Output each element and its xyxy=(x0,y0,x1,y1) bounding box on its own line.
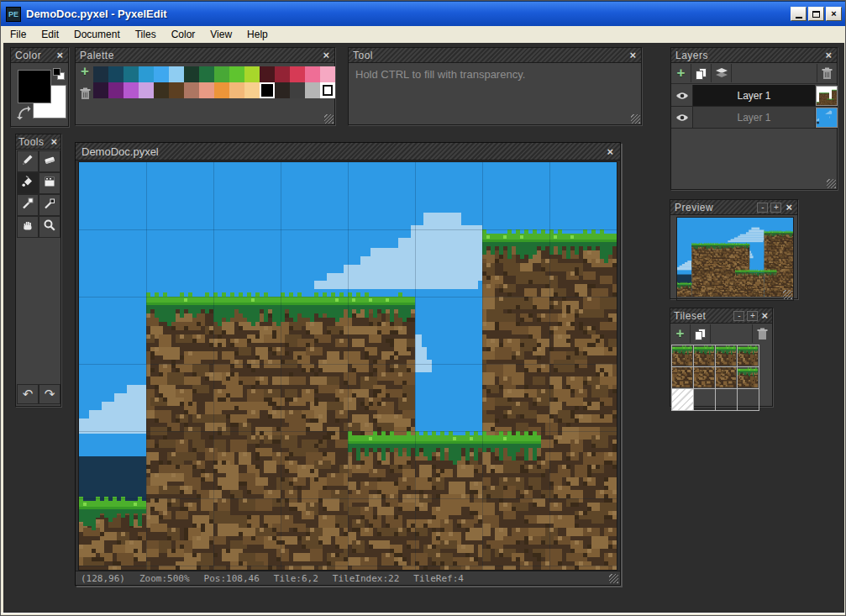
palette-trash-icon[interactable] xyxy=(80,87,91,103)
tileset-tile-empty[interactable] xyxy=(693,388,716,411)
swap-colors-icon[interactable] xyxy=(16,105,31,120)
preview-zoom-in-button[interactable]: + xyxy=(770,203,781,213)
palette-swatch[interactable] xyxy=(260,66,275,82)
minimize-button[interactable] xyxy=(791,7,807,21)
tileset-tile-dirt[interactable] xyxy=(671,366,694,389)
palette-swatch[interactable] xyxy=(320,82,335,98)
tool-zoom-button[interactable] xyxy=(39,216,60,238)
palette-swatch[interactable] xyxy=(199,82,214,98)
duplicate-tile-button[interactable] xyxy=(691,324,711,343)
tool-brush-button[interactable] xyxy=(17,194,39,216)
color-panel-close-icon[interactable]: × xyxy=(55,50,64,61)
tileset-tile-grass[interactable] xyxy=(693,345,716,367)
tileset-tile-grass[interactable] xyxy=(715,345,738,367)
close-button[interactable]: × xyxy=(826,7,842,21)
palette-swatch[interactable] xyxy=(184,82,199,98)
tileset-zoom-out-button[interactable]: - xyxy=(733,311,744,321)
palette-swatch[interactable] xyxy=(199,66,214,82)
duplicate-layer-button[interactable] xyxy=(691,64,712,82)
palette-swatch[interactable] xyxy=(320,66,335,82)
tool-panel-resize-grip[interactable] xyxy=(631,114,640,124)
palette-swatch[interactable] xyxy=(154,82,169,98)
preview-panel-close-icon[interactable]: × xyxy=(785,202,793,213)
palette-swatch[interactable] xyxy=(214,66,229,82)
window-titlebar[interactable]: PE DemoDoc.pyxel - PyxelEdit × xyxy=(1,1,846,26)
palette-swatch[interactable] xyxy=(229,82,244,98)
palette-swatch[interactable] xyxy=(139,66,154,82)
preview-panel-titlebar[interactable]: Preview - + × xyxy=(670,200,797,215)
preview-zoom-out-button[interactable]: - xyxy=(757,203,768,213)
tileset-panel-close-icon[interactable]: × xyxy=(760,310,769,321)
tileset-tile-grass[interactable] xyxy=(737,345,759,367)
tool-eyedropper-button[interactable] xyxy=(39,194,60,216)
tool-panel-titlebar[interactable]: Tool × xyxy=(349,48,641,63)
tileset-tile-grass[interactable] xyxy=(671,345,694,367)
palette-swatch[interactable] xyxy=(305,82,320,98)
preview-resize-grip[interactable] xyxy=(783,290,792,299)
delete-tile-button[interactable] xyxy=(752,324,772,343)
palette-swatch[interactable] xyxy=(275,66,290,82)
palette-swatch[interactable] xyxy=(93,82,108,98)
undo-button[interactable]: ↶ xyxy=(17,384,39,404)
tileset-tile-grass[interactable] xyxy=(737,366,759,389)
layers-panel-titlebar[interactable]: Layers × xyxy=(671,48,837,63)
palette-add-color-icon[interactable]: + xyxy=(81,66,89,77)
document-close-icon[interactable]: × xyxy=(606,146,614,157)
palette-swatch[interactable] xyxy=(123,66,139,82)
palette-swatch[interactable] xyxy=(275,82,290,98)
palette-swatch[interactable] xyxy=(244,66,260,82)
palette-resize-grip[interactable] xyxy=(324,114,334,124)
tool-tile-button[interactable] xyxy=(39,172,60,194)
document-titlebar[interactable]: DemoDoc.pyxel × xyxy=(76,143,620,161)
palette-swatch[interactable] xyxy=(93,66,108,82)
add-tile-button[interactable]: + xyxy=(670,324,691,343)
palette-panel-titlebar[interactable]: Palette × xyxy=(76,48,334,63)
palette-swatch[interactable] xyxy=(290,66,305,82)
palette-swatch[interactable] xyxy=(214,82,229,98)
tool-fill-button[interactable] xyxy=(17,172,39,194)
palette-swatch[interactable] xyxy=(108,66,123,82)
layers-panel-close-icon[interactable]: × xyxy=(824,50,833,61)
tool-pencil-button[interactable] xyxy=(17,150,39,172)
tileset-zoom-in-button[interactable]: + xyxy=(747,311,758,321)
drawing-canvas[interactable] xyxy=(79,162,617,571)
menu-item-edit[interactable]: Edit xyxy=(34,27,66,42)
tool-hand-button[interactable] xyxy=(17,216,39,238)
tileset-tile-blank[interactable] xyxy=(671,388,694,411)
menu-item-view[interactable]: View xyxy=(202,27,239,42)
palette-swatch[interactable] xyxy=(260,82,275,98)
layer-visibility-toggle[interactable] xyxy=(671,85,693,106)
tileset-tile-dirt[interactable] xyxy=(693,366,716,389)
menu-item-tiles[interactable]: Tiles xyxy=(128,27,164,42)
menu-item-help[interactable]: Help xyxy=(239,27,276,42)
palette-swatch[interactable] xyxy=(169,82,184,98)
palette-swatch[interactable] xyxy=(108,82,123,98)
menu-item-document[interactable]: Document xyxy=(66,27,128,42)
palette-swatch[interactable] xyxy=(290,82,305,98)
default-colors-icon[interactable] xyxy=(53,68,66,82)
palette-swatch[interactable] xyxy=(244,82,260,98)
palette-swatch[interactable] xyxy=(229,66,244,82)
palette-swatch[interactable] xyxy=(305,66,320,82)
palette-panel-close-icon[interactable]: × xyxy=(322,50,330,61)
add-layer-button[interactable]: + xyxy=(671,64,691,82)
merge-layer-button[interactable] xyxy=(712,64,732,82)
layer-row[interactable]: Layer 1 xyxy=(671,85,837,107)
tools-panel-close-icon[interactable]: × xyxy=(50,136,58,147)
tileset-panel-titlebar[interactable]: Tileset - + × xyxy=(670,308,772,324)
palette-swatch[interactable] xyxy=(154,66,169,82)
menu-item-file[interactable]: File xyxy=(3,27,34,42)
palette-swatch[interactable] xyxy=(139,82,154,98)
layer-visibility-toggle[interactable] xyxy=(671,107,693,128)
palette-swatch[interactable] xyxy=(169,66,184,82)
tool-eraser-button[interactable] xyxy=(39,150,60,172)
foreground-color-swatch[interactable] xyxy=(18,70,51,103)
delete-layer-button[interactable] xyxy=(817,64,837,82)
palette-swatch[interactable] xyxy=(184,66,199,82)
tileset-tile-empty[interactable] xyxy=(715,388,738,411)
maximize-button[interactable] xyxy=(808,7,824,21)
document-resize-grip[interactable] xyxy=(609,574,618,583)
menu-item-color[interactable]: Color xyxy=(164,27,203,42)
tileset-tile-dirt[interactable] xyxy=(715,366,738,389)
tool-panel-close-icon[interactable]: × xyxy=(628,50,637,61)
